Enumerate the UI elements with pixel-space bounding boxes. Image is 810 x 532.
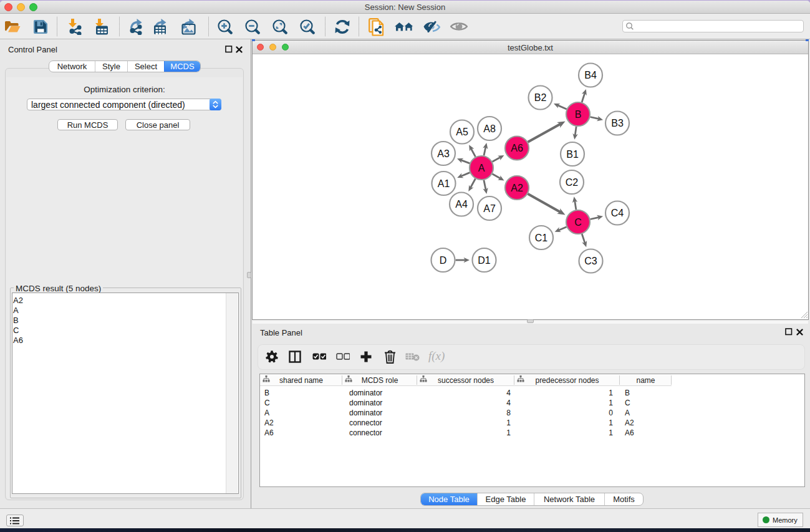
svg-text:B: B — [575, 109, 582, 120]
svg-text:B1: B1 — [566, 149, 579, 160]
svg-text:A5: A5 — [456, 127, 468, 137]
svg-text:C1: C1 — [535, 233, 548, 243]
svg-text:D: D — [440, 255, 447, 266]
svg-text:C4: C4 — [611, 208, 624, 218]
svg-text:C2: C2 — [566, 177, 579, 188]
svg-text:D1: D1 — [478, 255, 491, 266]
svg-text:A3: A3 — [437, 148, 450, 159]
svg-text:A2: A2 — [511, 183, 523, 193]
svg-text:A7: A7 — [483, 203, 496, 214]
svg-text:B3: B3 — [611, 118, 624, 128]
svg-text:A4: A4 — [455, 199, 468, 210]
svg-text:A6: A6 — [511, 143, 523, 153]
svg-text:C: C — [574, 217, 582, 228]
svg-text:B2: B2 — [534, 92, 547, 103]
svg-text:C3: C3 — [584, 256, 597, 266]
svg-text:A1: A1 — [438, 178, 450, 189]
svg-text:A: A — [478, 163, 485, 173]
svg-text:A8: A8 — [483, 123, 496, 134]
svg-text:B4: B4 — [584, 70, 597, 80]
